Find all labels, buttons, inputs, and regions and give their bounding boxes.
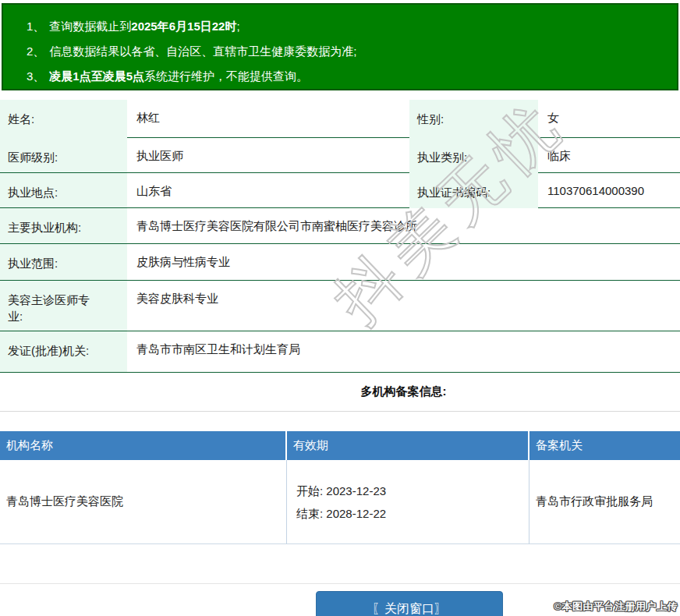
field-value-certificate-number: 110370614000390 bbox=[538, 173, 680, 208]
footer-divider bbox=[0, 583, 680, 584]
notice-number: 2、 bbox=[27, 44, 44, 58]
notice-text: ; bbox=[236, 19, 239, 33]
notice-line-2: 2、信息数据结果以各省、自治区、直辖市卫生健康委数据为准; bbox=[27, 39, 669, 64]
uploader-stamp: ©本图由平台注册用户上传 bbox=[554, 600, 678, 614]
filing-cell-filing-authority: 青岛市行政审批服务局 bbox=[529, 460, 680, 544]
field-label-cosmetic-specialty: 美容主诊医师专业: bbox=[0, 281, 127, 331]
notice-line-1: 1、查询数据截止到2025年6月15日22时; bbox=[27, 14, 669, 39]
field-label-gender: 性别: bbox=[409, 100, 538, 138]
table-row-level-category: 医师级别: 执业医师 执业类别: 临床 bbox=[0, 138, 680, 173]
field-label-name: 姓名: bbox=[0, 100, 127, 138]
notice-banner: 1、查询数据截止到2025年6月15日22时; 2、信息数据结果以各省、自治区、… bbox=[2, 3, 678, 90]
notice-number: 1、 bbox=[27, 19, 44, 33]
table-row-cosmetic-specialty: 美容主诊医师专业: 美容皮肤科专业 bbox=[0, 281, 680, 331]
validity-end-label: 结束: bbox=[296, 507, 323, 520]
field-label-practice-location: 执业地点: bbox=[0, 173, 127, 208]
field-value-main-institution: 青岛博士医疗美容医院有限公司市南蜜柚医疗美容诊所 bbox=[127, 208, 680, 244]
close-window-button[interactable]: 〖关闭窗口〗 bbox=[316, 591, 503, 616]
field-value-doctor-level: 执业医师 bbox=[127, 138, 409, 173]
table-row-practice-scope: 执业范围: 皮肤病与性病专业 bbox=[0, 244, 680, 281]
field-value-gender: 女 bbox=[538, 100, 680, 138]
column-header-validity-period: 有效期 bbox=[287, 431, 528, 460]
notice-text: 系统进行维护，不能提供查询。 bbox=[144, 69, 308, 83]
column-header-filing-authority: 备案机关 bbox=[529, 431, 680, 460]
field-value-practice-category: 临床 bbox=[538, 138, 680, 173]
column-header-institution-name: 机构名称 bbox=[0, 431, 285, 460]
notice-line-3: 3、凌晨1点至凌晨5点系统进行维护，不能提供查询。 bbox=[27, 64, 669, 89]
filing-table-row: 青岛博士医疗美容医院 开始: 2023-12-23 结束: 2028-12-22… bbox=[0, 460, 680, 544]
filing-table-header: 机构名称 有效期 备案机关 bbox=[0, 431, 680, 460]
validity-start-label: 开始: bbox=[296, 484, 323, 497]
field-label-main-institution: 主要执业机构: bbox=[0, 208, 127, 244]
notice-number: 3、 bbox=[27, 69, 44, 83]
field-value-practice-location: 山东省 bbox=[127, 173, 409, 208]
table-row-name-gender: 姓名: 林红 性别: 女 bbox=[0, 100, 680, 138]
field-label-practice-scope: 执业范围: bbox=[0, 244, 127, 281]
section-title: 多机构备案信息: bbox=[361, 384, 447, 399]
validity-start-date: 2023-12-23 bbox=[326, 484, 386, 497]
notice-text-bold: 凌晨1点至凌晨5点 bbox=[49, 69, 144, 83]
field-value-name: 林红 bbox=[127, 100, 409, 138]
multi-institution-filing-table: 机构名称 有效期 备案机关 青岛博士医疗美容医院 开始: 2023-12-23 … bbox=[0, 431, 680, 544]
field-label-certificate-number: 执业证书编码: bbox=[409, 173, 538, 208]
field-label-doctor-level: 医师级别: bbox=[0, 138, 127, 173]
notice-text: 查询数据截止到 bbox=[49, 19, 131, 33]
table-row-location-certificate: 执业地点: 山东省 执业证书编码: 110370614000390 bbox=[0, 173, 680, 208]
notice-text-bold: 2025年6月15日22时 bbox=[131, 19, 236, 33]
validity-end-date: 2028-12-22 bbox=[326, 507, 386, 520]
notice-text: 信息数据结果以各省、自治区、直辖市卫生健康委数据为准; bbox=[49, 44, 356, 58]
table-row-issuing-authority: 发证(批准)机关: 青岛市市南区卫生和计划生育局 bbox=[0, 331, 680, 373]
validity-end-line: 结束: 2028-12-22 bbox=[296, 502, 386, 525]
field-value-issuing-authority: 青岛市市南区卫生和计划生育局 bbox=[127, 331, 680, 373]
section-title-row: 多机构备案信息: bbox=[0, 373, 680, 412]
practitioner-query-result-page: 1、查询数据截止到2025年6月15日22时; 2、信息数据结果以各省、自治区、… bbox=[0, 0, 680, 616]
validity-start-line: 开始: 2023-12-23 bbox=[296, 480, 386, 502]
field-label-practice-category: 执业类别: bbox=[409, 138, 538, 173]
practitioner-info-table: 姓名: 林红 性别: 女 医师级别: 执业医师 执业类别: 临床 执业地点: 山… bbox=[0, 100, 680, 373]
field-value-practice-scope: 皮肤病与性病专业 bbox=[127, 244, 680, 281]
filing-cell-institution-name: 青岛博士医疗美容医院 bbox=[0, 460, 287, 544]
field-value-cosmetic-specialty: 美容皮肤科专业 bbox=[127, 281, 680, 331]
filing-cell-validity-period: 开始: 2023-12-23 结束: 2028-12-22 bbox=[287, 460, 529, 544]
field-label-issuing-authority: 发证(批准)机关: bbox=[0, 331, 127, 373]
table-row-main-institution: 主要执业机构: 青岛博士医疗美容医院有限公司市南蜜柚医疗美容诊所 bbox=[0, 208, 680, 244]
